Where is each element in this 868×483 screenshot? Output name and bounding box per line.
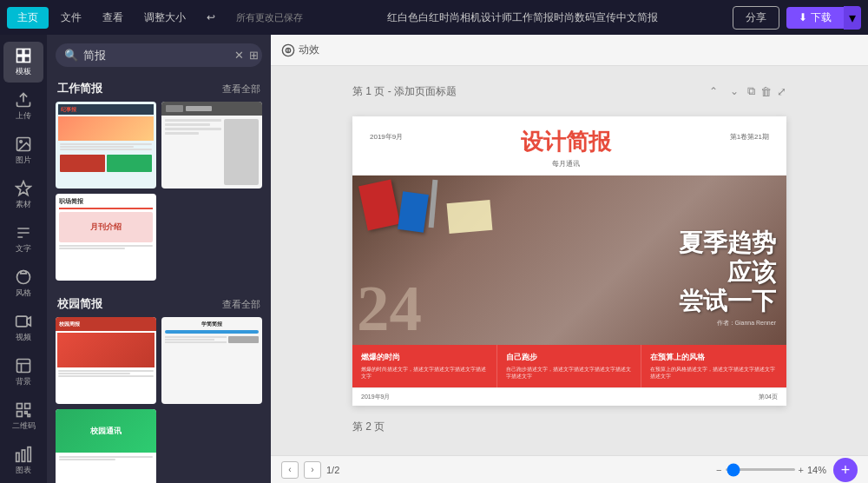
- info-cell-1: 自己跑步 自己跑步描述文字，描述文字描述文字描述文字描述文字描述文字: [497, 345, 642, 387]
- svg-rect-15: [16, 453, 19, 461]
- share-button[interactable]: 分享: [733, 6, 779, 30]
- page1-copy-icon[interactable]: ⧉: [747, 84, 755, 98]
- doc-footer-date: 2019年9月: [361, 393, 390, 401]
- qrcode-label: 二维码: [12, 420, 36, 432]
- sidebar-item-bg[interactable]: 背景: [3, 352, 43, 393]
- svg-rect-1: [24, 50, 30, 56]
- download-chevron-button[interactable]: ▾: [844, 6, 861, 30]
- view-menu-button[interactable]: 查看: [94, 7, 132, 29]
- page1-delete-icon[interactable]: 🗑: [760, 85, 772, 98]
- home-button[interactable]: 主页: [7, 7, 49, 29]
- search-input[interactable]: [83, 49, 229, 62]
- undo-button[interactable]: ↩: [198, 8, 224, 27]
- animation-label: 动效: [299, 43, 319, 57]
- sidebar-item-qrcode[interactable]: 二维码: [3, 396, 43, 437]
- hero-bg: 24 夏季趋势 应该 尝试一下 作者：Gianna Renner: [352, 175, 786, 345]
- canvas-area: 动效 第 1 页 - 添加页面标题 ⌃ ⌄ ⧉ 🗑 ⤢: [271, 35, 868, 483]
- image-icon: [15, 136, 32, 153]
- prev-page-button[interactable]: ‹: [281, 461, 299, 479]
- video-label: 视频: [16, 332, 31, 343]
- hero-paper: [447, 200, 493, 234]
- file-menu-button[interactable]: 文件: [52, 7, 90, 29]
- svg-rect-9: [17, 360, 30, 373]
- page1-chevron-down[interactable]: ⌄: [727, 83, 742, 99]
- page1-expand-icon[interactable]: ⤢: [777, 85, 786, 98]
- work-section-title: 工作简报: [57, 81, 102, 96]
- sidebar-item-chart[interactable]: 图表: [3, 440, 43, 481]
- page1-nav-row: 第 1 页 - 添加页面标题 ⌃ ⌄ ⧉ 🗑 ⤢: [352, 83, 786, 99]
- work-template-grid: 纪事报: [47, 102, 271, 289]
- svg-point-7: [17, 271, 30, 284]
- svg-rect-2: [17, 56, 23, 63]
- sidebar-item-upload[interactable]: 上传: [3, 86, 43, 127]
- sidebar-item-style[interactable]: 风格: [3, 263, 43, 304]
- upload-icon: [15, 91, 32, 109]
- svg-point-5: [20, 141, 22, 143]
- svg-rect-3: [24, 56, 30, 63]
- bg-label: 背景: [16, 376, 31, 387]
- bottom-right: − + 14% +: [716, 458, 858, 482]
- chart-icon: [15, 446, 32, 463]
- template-scroll: 工作简报 查看全部 纪事报: [47, 74, 271, 483]
- page-info: 1/2: [326, 465, 339, 475]
- animation-icon: [281, 43, 295, 57]
- sidebar-item-text[interactable]: 文字: [3, 219, 43, 260]
- style-icon: [15, 268, 32, 286]
- image-label: 图片: [16, 155, 31, 166]
- hero-book-blue: [398, 191, 429, 233]
- style-label: 风格: [16, 288, 31, 299]
- template-card-w2[interactable]: [161, 102, 262, 189]
- left-panel: 🔍 ✕ ⊞ 工作简报 查看全部 纪事报: [47, 35, 271, 483]
- template-card-w3[interactable]: 职场简报 月刊介绍: [56, 194, 156, 281]
- next-page-button[interactable]: ›: [304, 461, 321, 479]
- doc-hero: 24 夏季趋势 应该 尝试一下 作者：Gianna Renner: [352, 175, 786, 345]
- info-cell-2: 在预算上的风格 在预算上的风格描述文字，描述文字描述文字描述文字描述文字: [641, 345, 786, 387]
- zoom-plus-btn[interactable]: +: [799, 465, 804, 475]
- sidebar-item-image[interactable]: 图片: [3, 130, 43, 171]
- sidebar-item-element[interactable]: 素材: [3, 175, 43, 215]
- download-icon: ⬇: [799, 11, 807, 23]
- doc-info-bar: 燃爆的时尚 燃爆的时尚描述文字，描述文字描述文字描述文字描述文字 自己跑步 自己…: [352, 345, 786, 387]
- icon-sidebar: 模板 上传 图片 素材 文字 风格 视频 背景: [0, 35, 47, 483]
- resize-menu-button[interactable]: 调整大小: [135, 7, 194, 29]
- sidebar-item-video[interactable]: 视频: [3, 308, 43, 348]
- page1-chevron-up[interactable]: ⌃: [706, 83, 721, 99]
- sidebar-item-template[interactable]: 模板: [3, 42, 43, 83]
- page-navigation: ‹ › 1/2: [281, 461, 339, 479]
- doc-footer: 2019年9月 第04页: [352, 387, 786, 406]
- main-layout: 模板 上传 图片 素材 文字 风格 视频 背景: [0, 35, 868, 483]
- zoom-slider[interactable]: [726, 468, 795, 471]
- doc-title: 设计简报: [403, 127, 729, 157]
- element-icon: [15, 180, 32, 197]
- hero-number-deco: 24: [357, 275, 422, 341]
- zoom-percent: 14%: [807, 465, 826, 475]
- search-filter-button[interactable]: ⊞: [249, 49, 259, 62]
- info-title-1: 自己跑步: [506, 352, 633, 363]
- template-icon: [15, 47, 32, 64]
- canvas-scroll[interactable]: 第 1 页 - 添加页面标题 ⌃ ⌄ ⧉ 🗑 ⤢ 2019年9月: [271, 66, 868, 455]
- zoom-controls: − + 14%: [716, 465, 826, 475]
- template-card-s2[interactable]: 学简简报: [161, 317, 262, 404]
- zoom-minus[interactable]: −: [716, 465, 721, 475]
- download-button[interactable]: ⬇ 下载: [786, 7, 844, 29]
- search-clear-button[interactable]: ✕: [234, 49, 244, 62]
- svg-rect-14: [28, 414, 30, 417]
- animation-button[interactable]: 动效: [281, 43, 319, 57]
- svg-rect-13: [25, 412, 28, 414]
- info-title-0: 燃爆的时尚: [361, 352, 488, 363]
- text-icon: [15, 224, 32, 242]
- hero-author: 作者：Gianna Renner: [679, 319, 776, 328]
- svg-rect-17: [28, 447, 30, 462]
- page2-nav-row: 第 2 页: [352, 420, 786, 434]
- add-element-button[interactable]: +: [833, 458, 858, 482]
- template-card-s3[interactable]: 校园通讯: [56, 409, 156, 483]
- download-group: ⬇ 下载 ▾: [786, 6, 861, 30]
- doc-date: 2019年9月: [370, 133, 403, 141]
- svg-rect-12: [17, 412, 23, 417]
- school-section-more[interactable]: 查看全部: [222, 298, 260, 311]
- hero-overlay-text: 夏季趋势 应该 尝试一下 作者：Gianna Renner: [679, 228, 776, 328]
- document-title: 红白色白红时尚相机设计师工作简报时尚数码宣传中文简报: [315, 10, 729, 25]
- template-card-s1[interactable]: 校园周报: [56, 317, 156, 404]
- template-card-w1[interactable]: 纪事报: [56, 102, 156, 189]
- work-section-more[interactable]: 查看全部: [222, 83, 260, 96]
